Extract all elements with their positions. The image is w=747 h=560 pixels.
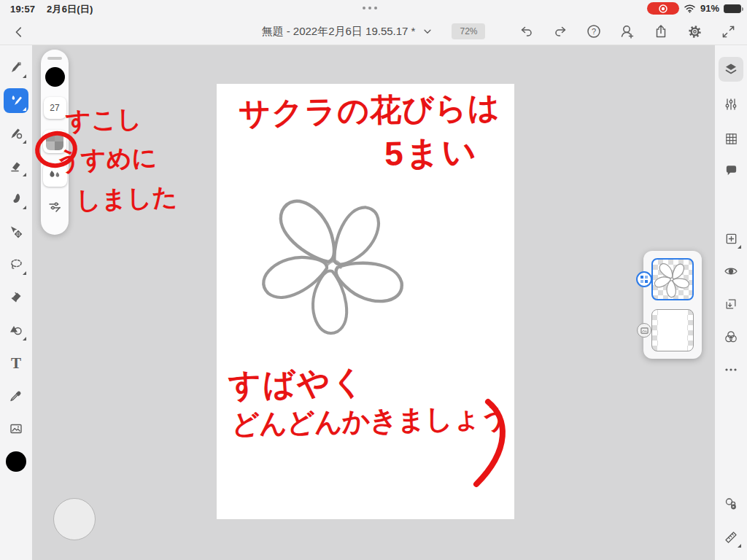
layers-panel bbox=[643, 251, 702, 359]
smudge-tool-icon[interactable] bbox=[4, 187, 28, 211]
shape-tool-icon[interactable] bbox=[4, 318, 28, 343]
comment-icon[interactable] bbox=[719, 158, 743, 182]
left-toolbar: T bbox=[0, 45, 32, 560]
status-left: 19:57 2月6日(日) bbox=[10, 3, 93, 16]
brush-size-field[interactable]: 27 bbox=[44, 97, 66, 119]
clock: 19:57 bbox=[10, 4, 35, 15]
wifi-icon bbox=[684, 4, 696, 13]
drag-handle[interactable] bbox=[47, 57, 62, 60]
layer-thumbnail-background[interactable] bbox=[651, 309, 694, 351]
adjustments-icon[interactable] bbox=[719, 92, 743, 117]
layers-panel-icon[interactable] bbox=[719, 57, 743, 82]
fullscreen-button[interactable] bbox=[716, 20, 740, 43]
eraser-tool-icon[interactable] bbox=[4, 154, 28, 179]
text-tool-glyph: T bbox=[11, 356, 21, 371]
right-toolbar bbox=[715, 45, 747, 560]
pixel-brush-tool-icon[interactable] bbox=[4, 55, 28, 80]
layer-visibility-icon[interactable] bbox=[719, 259, 743, 284]
title-bar: 無題 - 2022年2月6日 19.55.17 * 72% ? bbox=[0, 18, 747, 45]
text-tool-icon[interactable]: T bbox=[4, 351, 28, 376]
handwritten-side-note: すこし うすめに しました bbox=[65, 97, 178, 219]
pixel-layer-badge-icon bbox=[636, 271, 652, 287]
svg-text:?: ? bbox=[592, 27, 596, 36]
battery-icon bbox=[724, 4, 741, 13]
foreground-color-swatch[interactable] bbox=[6, 451, 26, 472]
brush-settings-icon[interactable] bbox=[47, 198, 63, 214]
lasso-select-tool-icon[interactable] bbox=[4, 252, 28, 277]
brush-color-swatch[interactable] bbox=[45, 67, 65, 87]
chevron-down-icon[interactable] bbox=[422, 26, 433, 36]
touch-shortcut-button[interactable] bbox=[53, 498, 96, 540]
screen-recording-indicator[interactable] bbox=[647, 2, 679, 15]
move-tool-icon[interactable] bbox=[4, 219, 28, 244]
annotation-top-line1: サクラの花びらは bbox=[238, 86, 500, 135]
blend-mode-icon[interactable] bbox=[719, 324, 743, 349]
merge-down-icon[interactable] bbox=[719, 292, 743, 316]
annotation-bottom-line1: すばやく bbox=[228, 361, 366, 408]
battery-percent: 91% bbox=[700, 3, 719, 14]
image-layer-badge-icon bbox=[637, 323, 651, 338]
date: 2月6日(日) bbox=[47, 4, 93, 15]
more-options-icon[interactable] bbox=[719, 357, 743, 382]
document-title: 無題 - 2022年2月6日 19.55.17 * bbox=[262, 25, 416, 39]
side-note-line1: すこし bbox=[65, 97, 175, 141]
eyedropper-tool-icon[interactable] bbox=[4, 384, 28, 408]
zoom-level-badge[interactable]: 72% bbox=[452, 23, 485, 39]
annotation-bottom-line2: どんどんかきましょう bbox=[231, 399, 508, 443]
fill-tool-icon[interactable] bbox=[4, 285, 28, 310]
annotation-top-line2: 5まい bbox=[384, 129, 479, 176]
grid-icon[interactable] bbox=[719, 126, 743, 151]
multitask-handle[interactable] bbox=[363, 7, 377, 9]
help-button[interactable]: ? bbox=[582, 20, 605, 43]
mixer-brush-tool-icon[interactable] bbox=[4, 121, 28, 146]
app-screen: 19:57 2月6日(日) 91% 無題 - 2022年2月6日 19.55.1 bbox=[0, 0, 747, 560]
layer-thumbnail-sketch[interactable] bbox=[651, 258, 694, 300]
live-brush-tool-icon[interactable] bbox=[4, 88, 28, 113]
motion-icon[interactable] bbox=[719, 491, 743, 516]
share-button[interactable] bbox=[649, 20, 673, 43]
side-note-line3: しました bbox=[75, 176, 178, 219]
add-layer-button[interactable] bbox=[719, 226, 743, 251]
status-bar: 19:57 2月6日(日) 91% bbox=[0, 0, 747, 18]
place-image-tool-icon[interactable] bbox=[4, 416, 28, 441]
drawing-canvas[interactable]: サクラの花びらは 5まい すばやく どんどんかきましょう bbox=[217, 84, 514, 519]
undo-button[interactable] bbox=[515, 20, 538, 43]
status-right: 91% bbox=[647, 2, 741, 15]
settings-gear-icon[interactable] bbox=[683, 20, 706, 43]
redo-button[interactable] bbox=[549, 20, 572, 43]
ruler-icon[interactable] bbox=[719, 525, 743, 550]
top-bar: 19:57 2月6日(日) 91% 無題 - 2022年2月6日 19.55.1 bbox=[0, 0, 747, 45]
add-person-button[interactable] bbox=[616, 20, 639, 43]
